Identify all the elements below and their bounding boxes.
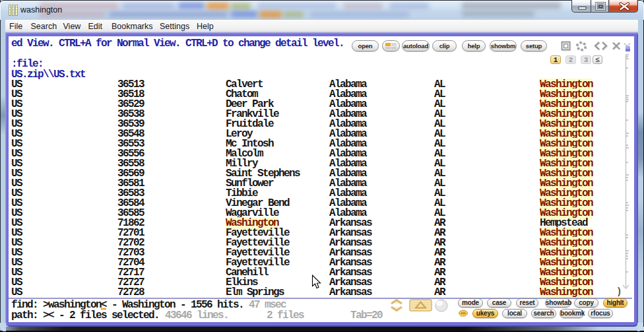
svg-text:): ) — [616, 286, 622, 297]
